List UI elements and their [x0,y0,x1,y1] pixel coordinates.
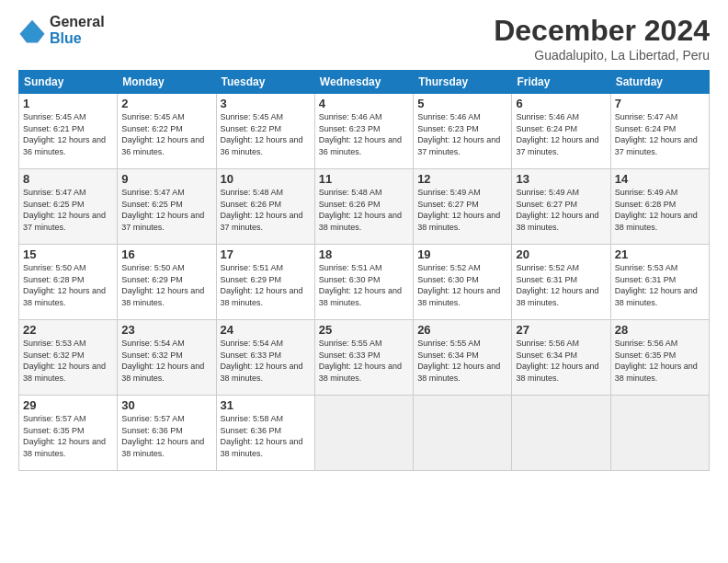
col-friday: Friday [512,71,610,94]
day-18: 18 Sunrise: 5:51 AMSunset: 6:30 PMDaylig… [314,245,413,320]
day-info-7: Sunrise: 5:47 AMSunset: 6:24 PMDaylight:… [615,111,705,157]
day-13: 13 Sunrise: 5:49 AMSunset: 6:27 PMDaylig… [512,169,610,245]
day-num-3: 3 [221,97,311,110]
day-15: 15 Sunrise: 5:50 AMSunset: 6:28 PMDaylig… [19,245,118,320]
day-num-23: 23 [121,323,211,337]
day-num-19: 19 [417,247,507,261]
title-block: December 2024 Guadalupito, La Libertad, … [494,14,710,63]
col-monday: Monday [118,71,216,94]
day-info-16: Sunrise: 5:50 AMSunset: 6:29 PMDaylight:… [121,262,211,308]
empty-cell-2 [414,396,512,471]
logo-general-text: General [50,14,105,30]
day-num-18: 18 [319,247,409,261]
day-info-4: Sunrise: 5:46 AMSunset: 6:23 PMDaylight:… [319,111,409,157]
day-27: 27 Sunrise: 5:56 AMSunset: 6:34 PMDaylig… [512,320,610,396]
day-num-8: 8 [23,172,113,186]
day-info-26: Sunrise: 5:55 AMSunset: 6:34 PMDaylight:… [417,338,507,384]
col-saturday: Saturday [610,71,709,94]
logo: General Blue [18,14,105,46]
day-23: 23 Sunrise: 5:54 AMSunset: 6:32 PMDaylig… [118,320,216,396]
day-7: 7 Sunrise: 5:47 AMSunset: 6:24 PMDayligh… [610,94,709,169]
empty-cell-3 [512,396,610,471]
day-info-10: Sunrise: 5:48 AMSunset: 6:26 PMDaylight:… [221,187,311,233]
day-17: 17 Sunrise: 5:51 AMSunset: 6:29 PMDaylig… [216,245,314,320]
col-wednesday: Wednesday [314,71,413,94]
day-info-29: Sunrise: 5:57 AMSunset: 6:35 PMDaylight:… [23,413,113,459]
day-2: 2 Sunrise: 5:45 AMSunset: 6:22 PMDayligh… [118,94,216,169]
day-info-31: Sunrise: 5:58 AMSunset: 6:36 PMDaylight:… [221,413,311,459]
day-21: 21 Sunrise: 5:53 AMSunset: 6:31 PMDaylig… [610,245,709,320]
day-info-3: Sunrise: 5:45 AMSunset: 6:22 PMDaylight:… [221,111,311,157]
day-num-2: 2 [121,97,211,110]
month-title: December 2024 [494,14,710,48]
day-num-17: 17 [221,247,311,261]
day-num-20: 20 [516,247,606,261]
day-info-11: Sunrise: 5:48 AMSunset: 6:26 PMDaylight:… [319,187,409,233]
day-info-2: Sunrise: 5:45 AMSunset: 6:22 PMDaylight:… [121,111,211,157]
day-num-21: 21 [615,247,705,261]
day-info-14: Sunrise: 5:49 AMSunset: 6:28 PMDaylight:… [615,187,705,233]
day-1: 1 Sunrise: 5:45 AMSunset: 6:21 PMDayligh… [19,94,118,169]
calendar-table: Sunday Monday Tuesday Wednesday Thursday… [18,70,710,471]
day-3: 3 Sunrise: 5:45 AMSunset: 6:22 PMDayligh… [216,94,314,169]
day-info-25: Sunrise: 5:55 AMSunset: 6:33 PMDaylight:… [319,338,409,384]
day-num-5: 5 [417,97,507,110]
day-12: 12 Sunrise: 5:49 AMSunset: 6:27 PMDaylig… [414,169,512,245]
day-5: 5 Sunrise: 5:46 AMSunset: 6:23 PMDayligh… [414,94,512,169]
day-28: 28 Sunrise: 5:56 AMSunset: 6:35 PMDaylig… [610,320,709,396]
day-info-8: Sunrise: 5:47 AMSunset: 6:25 PMDaylight:… [23,187,113,233]
day-24: 24 Sunrise: 5:54 AMSunset: 6:33 PMDaylig… [216,320,314,396]
logo-icon [18,17,46,44]
week-row-2: 8 Sunrise: 5:47 AMSunset: 6:25 PMDayligh… [19,169,710,245]
day-num-28: 28 [615,323,705,337]
day-num-10: 10 [221,172,311,186]
logo-blue-text: Blue [50,30,105,47]
day-info-21: Sunrise: 5:53 AMSunset: 6:31 PMDaylight:… [615,262,705,308]
day-info-23: Sunrise: 5:54 AMSunset: 6:32 PMDaylight:… [121,338,211,384]
week-row-4: 22 Sunrise: 5:53 AMSunset: 6:32 PMDaylig… [19,320,710,396]
day-num-1: 1 [23,97,113,110]
day-info-20: Sunrise: 5:52 AMSunset: 6:31 PMDaylight:… [516,262,606,308]
location-subtitle: Guadalupito, La Libertad, Peru [494,48,710,63]
day-num-16: 16 [121,247,211,261]
day-info-22: Sunrise: 5:53 AMSunset: 6:32 PMDaylight:… [23,338,113,384]
day-num-11: 11 [319,172,409,186]
day-20: 20 Sunrise: 5:52 AMSunset: 6:31 PMDaylig… [512,245,610,320]
col-thursday: Thursday [414,71,512,94]
day-num-9: 9 [121,172,211,186]
day-31: 31 Sunrise: 5:58 AMSunset: 6:36 PMDaylig… [216,396,314,471]
day-info-12: Sunrise: 5:49 AMSunset: 6:27 PMDaylight:… [417,187,507,233]
day-num-14: 14 [615,172,705,186]
empty-cell-1 [314,396,413,471]
day-info-24: Sunrise: 5:54 AMSunset: 6:33 PMDaylight:… [221,338,311,384]
day-num-25: 25 [319,323,409,337]
day-num-29: 29 [23,398,113,412]
day-info-1: Sunrise: 5:45 AMSunset: 6:21 PMDaylight:… [23,111,113,157]
day-info-5: Sunrise: 5:46 AMSunset: 6:23 PMDaylight:… [417,111,507,157]
day-30: 30 Sunrise: 5:57 AMSunset: 6:36 PMDaylig… [118,396,216,471]
empty-cell-4 [610,396,709,471]
day-10: 10 Sunrise: 5:48 AMSunset: 6:26 PMDaylig… [216,169,314,245]
day-info-17: Sunrise: 5:51 AMSunset: 6:29 PMDaylight:… [221,262,311,308]
day-26: 26 Sunrise: 5:55 AMSunset: 6:34 PMDaylig… [414,320,512,396]
day-info-19: Sunrise: 5:52 AMSunset: 6:30 PMDaylight:… [417,262,507,308]
day-25: 25 Sunrise: 5:55 AMSunset: 6:33 PMDaylig… [314,320,413,396]
day-6: 6 Sunrise: 5:46 AMSunset: 6:24 PMDayligh… [512,94,610,169]
day-num-7: 7 [615,97,705,110]
day-11: 11 Sunrise: 5:48 AMSunset: 6:26 PMDaylig… [314,169,413,245]
day-info-18: Sunrise: 5:51 AMSunset: 6:30 PMDaylight:… [319,262,409,308]
day-num-13: 13 [516,172,606,186]
day-14: 14 Sunrise: 5:49 AMSunset: 6:28 PMDaylig… [610,169,709,245]
week-row-5: 29 Sunrise: 5:57 AMSunset: 6:35 PMDaylig… [19,396,710,471]
day-num-24: 24 [221,323,311,337]
calendar-header-row: Sunday Monday Tuesday Wednesday Thursday… [19,71,710,94]
day-num-12: 12 [417,172,507,186]
day-num-27: 27 [516,323,606,337]
day-8: 8 Sunrise: 5:47 AMSunset: 6:25 PMDayligh… [19,169,118,245]
day-4: 4 Sunrise: 5:46 AMSunset: 6:23 PMDayligh… [314,94,413,169]
day-22: 22 Sunrise: 5:53 AMSunset: 6:32 PMDaylig… [19,320,118,396]
week-row-1: 1 Sunrise: 5:45 AMSunset: 6:21 PMDayligh… [19,94,710,169]
day-info-27: Sunrise: 5:56 AMSunset: 6:34 PMDaylight:… [516,338,606,384]
logo-text: General Blue [50,14,105,46]
week-row-3: 15 Sunrise: 5:50 AMSunset: 6:28 PMDaylig… [19,245,710,320]
